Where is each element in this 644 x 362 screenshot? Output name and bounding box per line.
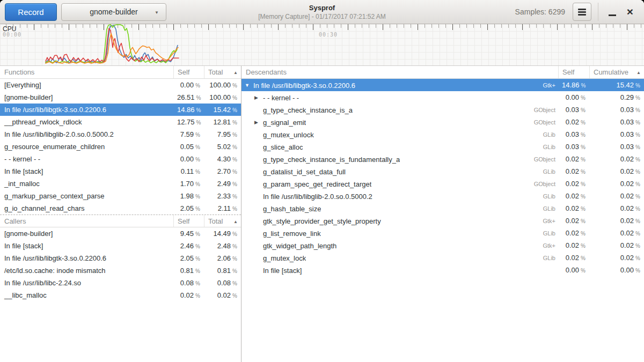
- library-tag: GObject: [531, 153, 558, 166]
- column-header-self[interactable]: Self: [558, 66, 589, 78]
- descendant-name-cell: gtk_widget_path_lengthGtk+: [241, 239, 558, 252]
- function-name: g_resource_enumerate_children: [0, 141, 173, 153]
- cumulative-value: 0.02%: [589, 153, 644, 166]
- menu-button[interactable]: [573, 3, 591, 21]
- table-row[interactable]: In file [stack]2.46%2.48%: [0, 240, 241, 252]
- tree-row[interactable]: g_slice_allocGLib0.03%0.03%: [241, 141, 644, 153]
- expander-icon[interactable]: ▶: [254, 116, 263, 129]
- cpu-lines-chart: [0, 24, 644, 65]
- self-value: 0.02%: [173, 289, 204, 302]
- total-value: 7.95%: [204, 128, 241, 141]
- library-tag: GLib: [540, 190, 558, 203]
- tree-row[interactable]: In file [stack]0.00%0.00%: [241, 264, 644, 276]
- descendant-name: - - kernel - -: [263, 92, 299, 104]
- tree-row[interactable]: ▶g_signal_emitGObject0.02%0.03%: [241, 116, 644, 128]
- column-header-total[interactable]: Total ▲: [204, 215, 241, 227]
- tree-row[interactable]: ▶- - kernel - -0.00%0.29%: [241, 91, 644, 104]
- table-row[interactable]: _int_malloc1.70%2.49%: [0, 178, 241, 190]
- self-value: 0.00%: [173, 153, 204, 166]
- table-row[interactable]: In file /usr/lib/libglib-2.0.so.0.5000.2…: [0, 128, 241, 141]
- self-value: 12.75%: [173, 116, 204, 129]
- tree-row[interactable]: g_param_spec_get_redirect_targetGObject0…: [241, 178, 644, 190]
- expander-icon[interactable]: ▶: [254, 92, 263, 104]
- function-name: [Everything]: [0, 79, 173, 92]
- table-row[interactable]: __libc_malloc0.02%0.02%: [0, 289, 241, 301]
- descendant-name: g_signal_emit: [263, 116, 306, 129]
- descendant-name-cell: g_mutex_unlockGLib: [241, 128, 558, 141]
- total-value: 0.81%: [204, 264, 241, 277]
- record-button[interactable]: Record: [5, 3, 57, 21]
- table-row[interactable]: In file /usr/lib/libgtk-3.so.0.2200.614.…: [0, 104, 241, 116]
- total-value: 2.11%: [204, 202, 241, 215]
- total-value: 100.00%: [204, 79, 241, 92]
- table-row[interactable]: [gnome-builder]9.45%14.49%: [0, 227, 241, 240]
- library-tag: GLib: [540, 166, 558, 178]
- self-value: 0.02%: [558, 215, 589, 227]
- table-row[interactable]: g_resource_enumerate_children0.05%5.02%: [0, 141, 241, 153]
- table-row[interactable]: __pthread_rwlock_rdlock12.75%12.81%: [0, 116, 241, 128]
- tree-row[interactable]: g_datalist_id_set_data_fullGLib0.02%0.02…: [241, 165, 644, 178]
- descendant-name: In file [stack]: [263, 264, 302, 277]
- library-tag: Gtk+: [540, 215, 558, 227]
- descendant-name-cell: In file [stack]: [241, 264, 558, 277]
- descendant-name-cell: g_type_check_instance_is_fundamentally_a…: [241, 153, 558, 166]
- descendants-table-body: ▼In file /usr/lib/libgtk-3.so.0.2200.6Gt…: [241, 79, 644, 276]
- close-button[interactable]: ×: [621, 3, 639, 21]
- tree-row[interactable]: g_mutex_lockGLib0.02%0.02%: [241, 252, 644, 264]
- time-label-start: 00:00: [3, 32, 21, 38]
- column-header-callers[interactable]: Callers: [0, 215, 173, 227]
- column-header-total[interactable]: Total ▲: [204, 66, 241, 78]
- column-header-descendants[interactable]: Descendants: [241, 66, 558, 78]
- cumulative-value: 0.02%: [589, 252, 644, 264]
- expander-icon[interactable]: ▼: [245, 79, 253, 92]
- cumulative-value: 0.02%: [589, 178, 644, 190]
- tree-row[interactable]: g_list_remove_linkGLib0.02%0.02%: [241, 227, 644, 239]
- descendant-name: g_hash_table_size: [263, 203, 321, 215]
- cpu-graph[interactable]: CPU 00:00 00:30: [0, 24, 644, 66]
- table-row[interactable]: g_markup_parse_context_parse1.98%2.33%: [0, 190, 241, 202]
- table-row[interactable]: [gnome-builder]26.51%100.00%: [0, 91, 241, 104]
- function-name: g_io_channel_read_chars: [0, 202, 173, 215]
- minimize-button[interactable]: [604, 3, 621, 21]
- total-value: 2.48%: [204, 240, 241, 253]
- function-name: [gnome-builder]: [0, 227, 173, 240]
- headerbar-right: Samples: 6299 ×: [515, 3, 639, 21]
- tree-row[interactable]: gtk_widget_path_lengthGtk+0.02%0.02%: [241, 239, 644, 252]
- column-header-self[interactable]: Self: [173, 66, 204, 78]
- column-header-self[interactable]: Self: [173, 215, 204, 227]
- table-row[interactable]: /etc/ld.so.cache: inode mismatch0.81%0.8…: [0, 264, 241, 277]
- tree-row[interactable]: gtk_style_provider_get_style_propertyGtk…: [241, 215, 644, 227]
- callers-table-header: Callers Self Total ▲: [0, 215, 241, 227]
- column-header-cumulative[interactable]: Cumulative ▲: [589, 66, 644, 78]
- table-row[interactable]: g_io_channel_read_chars2.05%2.11%: [0, 202, 241, 215]
- cumulative-value: 0.02%: [589, 239, 644, 252]
- table-row[interactable]: [Everything]0.00%100.00%: [0, 79, 241, 91]
- self-value: 0.02%: [558, 227, 589, 240]
- tree-row[interactable]: In file /usr/lib/libglib-2.0.so.0.5000.2…: [241, 190, 644, 202]
- self-value: 1.70%: [173, 178, 204, 190]
- tree-row[interactable]: g_mutex_unlockGLib0.03%0.03%: [241, 128, 644, 141]
- table-row[interactable]: - - kernel - -0.00%4.30%: [0, 153, 241, 165]
- self-value: 0.02%: [558, 252, 589, 264]
- functions-table-body: [Everything]0.00%100.00%[gnome-builder]2…: [0, 79, 241, 215]
- column-header-functions[interactable]: Functions: [0, 66, 173, 78]
- self-value: 0.02%: [558, 153, 589, 166]
- function-name: __pthread_rwlock_rdlock: [0, 116, 173, 129]
- tree-row[interactable]: g_type_check_instance_is_fundamentally_a…: [241, 153, 644, 165]
- library-tag: Gtk+: [540, 240, 558, 252]
- self-value: 0.00%: [558, 91, 589, 104]
- cumulative-value: 0.29%: [589, 91, 644, 104]
- table-row[interactable]: In file /usr/lib/libgtk-3.so.0.2200.62.0…: [0, 252, 241, 264]
- tree-row[interactable]: g_type_check_instance_is_aGObject0.03%0.…: [241, 104, 644, 116]
- library-tag: GObject: [531, 104, 558, 116]
- table-row[interactable]: In file [stack]0.11%2.70%: [0, 165, 241, 178]
- samples-count: Samples: 6299: [515, 8, 565, 16]
- tree-row[interactable]: ▼In file /usr/lib/libgtk-3.so.0.2200.6Gt…: [241, 79, 644, 91]
- self-value: 0.02%: [558, 239, 589, 252]
- function-name: _int_malloc: [0, 178, 173, 190]
- function-name: In file /usr/lib/libgtk-3.so.0.2200.6: [0, 104, 173, 116]
- self-value: 0.02%: [558, 116, 589, 129]
- table-row[interactable]: In file /usr/lib/libc-2.24.so0.08%0.08%: [0, 277, 241, 289]
- tree-row[interactable]: g_hash_table_sizeGLib0.02%0.02%: [241, 202, 644, 215]
- process-selector-dropdown[interactable]: gnome-builder ▼: [61, 3, 166, 21]
